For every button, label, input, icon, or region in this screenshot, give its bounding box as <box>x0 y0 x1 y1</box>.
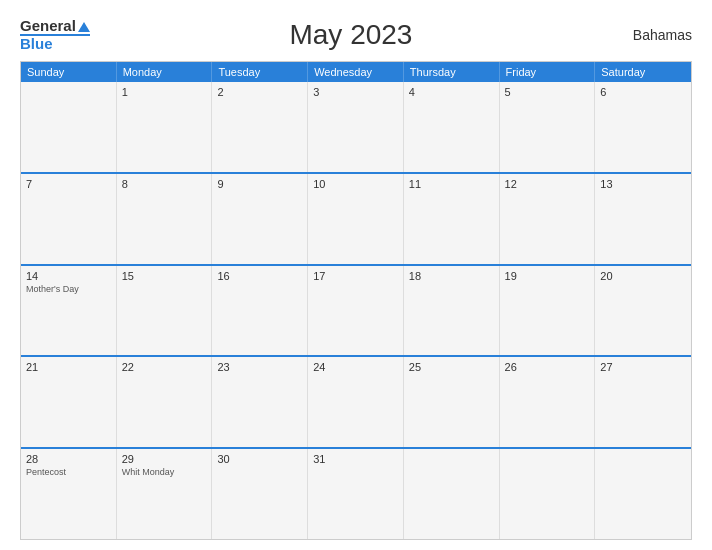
day-cell: 22 <box>117 357 213 447</box>
day-header-thursday: Thursday <box>404 62 500 82</box>
day-cell: 23 <box>212 357 308 447</box>
day-cell: 18 <box>404 266 500 356</box>
day-number: 20 <box>600 270 686 282</box>
day-header-friday: Friday <box>500 62 596 82</box>
day-event: Pentecost <box>26 467 111 479</box>
day-number: 9 <box>217 178 302 190</box>
day-cell: 13 <box>595 174 691 264</box>
logo: General Blue <box>20 18 90 51</box>
day-headers-row: SundayMondayTuesdayWednesdayThursdayFrid… <box>21 62 691 82</box>
day-cell <box>404 449 500 539</box>
day-number: 21 <box>26 361 111 373</box>
day-header-monday: Monday <box>117 62 213 82</box>
day-cell: 15 <box>117 266 213 356</box>
day-event: Whit Monday <box>122 467 207 479</box>
day-header-tuesday: Tuesday <box>212 62 308 82</box>
week-row-3: 14Mother's Day151617181920 <box>21 264 691 356</box>
day-number: 1 <box>122 86 207 98</box>
week-row-4: 21222324252627 <box>21 355 691 447</box>
day-cell: 9 <box>212 174 308 264</box>
calendar: SundayMondayTuesdayWednesdayThursdayFrid… <box>20 61 692 540</box>
day-number: 8 <box>122 178 207 190</box>
day-cell: 8 <box>117 174 213 264</box>
logo-blue-text: Blue <box>20 36 90 51</box>
day-number: 13 <box>600 178 686 190</box>
day-number: 25 <box>409 361 494 373</box>
day-number: 14 <box>26 270 111 282</box>
week-row-2: 78910111213 <box>21 172 691 264</box>
day-cell: 7 <box>21 174 117 264</box>
logo-general-text: General <box>20 18 76 33</box>
day-cell: 28Pentecost <box>21 449 117 539</box>
day-event: Mother's Day <box>26 284 111 296</box>
day-cell: 19 <box>500 266 596 356</box>
day-cell <box>21 82 117 172</box>
day-cell: 6 <box>595 82 691 172</box>
day-cell: 3 <box>308 82 404 172</box>
day-number: 11 <box>409 178 494 190</box>
day-cell: 11 <box>404 174 500 264</box>
day-number: 24 <box>313 361 398 373</box>
logo-triangle-icon <box>78 22 90 32</box>
day-number: 22 <box>122 361 207 373</box>
day-cell: 14Mother's Day <box>21 266 117 356</box>
day-cell: 25 <box>404 357 500 447</box>
day-number: 29 <box>122 453 207 465</box>
day-cell: 12 <box>500 174 596 264</box>
day-number: 30 <box>217 453 302 465</box>
day-cell: 21 <box>21 357 117 447</box>
day-number: 19 <box>505 270 590 282</box>
day-number: 16 <box>217 270 302 282</box>
day-number: 2 <box>217 86 302 98</box>
day-cell: 17 <box>308 266 404 356</box>
calendar-body: 1234567891011121314Mother's Day151617181… <box>21 82 691 539</box>
day-number: 12 <box>505 178 590 190</box>
day-cell <box>595 449 691 539</box>
page: General Blue May 2023 Bahamas SundayMond… <box>0 0 712 550</box>
day-header-sunday: Sunday <box>21 62 117 82</box>
day-number: 23 <box>217 361 302 373</box>
day-cell: 4 <box>404 82 500 172</box>
day-cell: 2 <box>212 82 308 172</box>
calendar-title: May 2023 <box>90 19 612 51</box>
day-number: 15 <box>122 270 207 282</box>
day-number: 18 <box>409 270 494 282</box>
day-cell: 27 <box>595 357 691 447</box>
week-row-5: 28Pentecost29Whit Monday3031 <box>21 447 691 539</box>
day-header-wednesday: Wednesday <box>308 62 404 82</box>
day-cell: 30 <box>212 449 308 539</box>
day-number: 3 <box>313 86 398 98</box>
day-cell: 10 <box>308 174 404 264</box>
header: General Blue May 2023 Bahamas <box>20 18 692 51</box>
day-header-saturday: Saturday <box>595 62 691 82</box>
day-cell: 5 <box>500 82 596 172</box>
day-cell: 24 <box>308 357 404 447</box>
day-cell: 26 <box>500 357 596 447</box>
day-number: 17 <box>313 270 398 282</box>
day-number: 7 <box>26 178 111 190</box>
day-number: 6 <box>600 86 686 98</box>
day-number: 27 <box>600 361 686 373</box>
day-cell <box>500 449 596 539</box>
day-number: 26 <box>505 361 590 373</box>
country-label: Bahamas <box>612 27 692 43</box>
day-number: 31 <box>313 453 398 465</box>
day-number: 10 <box>313 178 398 190</box>
week-row-1: 123456 <box>21 82 691 172</box>
day-cell: 31 <box>308 449 404 539</box>
day-number: 28 <box>26 453 111 465</box>
day-number: 4 <box>409 86 494 98</box>
day-cell: 29Whit Monday <box>117 449 213 539</box>
day-cell: 1 <box>117 82 213 172</box>
day-cell: 16 <box>212 266 308 356</box>
day-cell: 20 <box>595 266 691 356</box>
day-number: 5 <box>505 86 590 98</box>
